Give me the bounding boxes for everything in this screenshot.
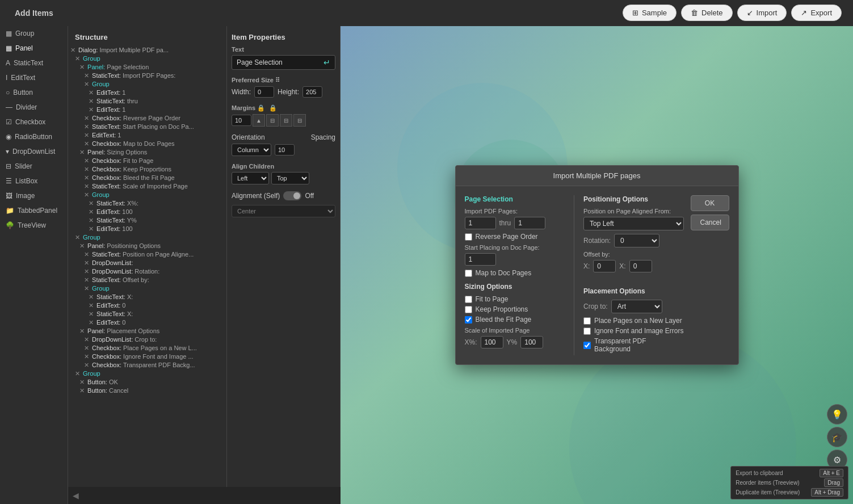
bleed-fit-checkbox[interactable]: [465, 316, 472, 324]
add-items-button[interactable]: Add Items: [6, 4, 62, 22]
item-props-scrollbar[interactable]: [227, 487, 341, 504]
sidebar-item-listbox[interactable]: ☰ ListBox: [0, 174, 68, 188]
sidebar-item-button[interactable]: ○ Button: [0, 85, 68, 100]
modal-cancel-button[interactable]: Cancel: [691, 215, 729, 230]
tree-item-panel-placement[interactable]: ✕ Panel: Placement Options: [70, 327, 224, 335]
tree-item-checkbox-transparent[interactable]: ✕ Checkbox: Transparent PDF Backg...: [70, 361, 224, 369]
tree-item-statictext-x1[interactable]: ✕ StaticText: X:: [70, 293, 224, 301]
tree-item-panel-page[interactable]: ✕ Panel: Page Selection: [70, 63, 224, 72]
tree-item-statictext-offset[interactable]: ✕ StaticText: Offset by:: [70, 276, 224, 284]
orientation-select[interactable]: Column Row Stack: [232, 144, 271, 156]
align-h-select[interactable]: Left Center Right Fill: [232, 172, 269, 184]
x-offset-input[interactable]: [593, 260, 616, 272]
tree-item-statictext-ypct[interactable]: ✕ StaticText: Y%: [70, 216, 224, 225]
rotation-select[interactable]: 0 90 180 270: [614, 234, 659, 247]
reverse-page-order-checkbox[interactable]: [465, 233, 472, 241]
alignment-self-select[interactable]: Center: [232, 205, 335, 217]
tree-item-group4[interactable]: ✕ Group: [70, 233, 224, 242]
tree-item-group1[interactable]: ✕ Group: [70, 54, 224, 63]
spacing-input[interactable]: [275, 144, 295, 156]
tree-item-group3[interactable]: ✕ Group: [70, 191, 224, 199]
tree-item-statictext-scale[interactable]: ✕ StaticText: Scale of Imported Page: [70, 182, 224, 191]
tree-item-statictext-x2[interactable]: ✕ StaticText: X:: [70, 310, 224, 318]
tree-item-panel-sizing[interactable]: ✕ Panel: Sizing Options: [70, 148, 224, 157]
structure-scrollbar[interactable]: ◀: [68, 487, 227, 504]
tree-item-dropdownlist-rot[interactable]: ✕ DropDownList: Rotation:: [70, 267, 224, 276]
to-page-input[interactable]: [514, 217, 545, 229]
margin-btn-2[interactable]: ⊟: [280, 114, 292, 127]
tree-item-checkbox-map[interactable]: ✕ Checkbox: Map to Doc Pages: [70, 140, 224, 148]
export-button[interactable]: ↗ Export: [791, 5, 842, 21]
modal-ok-button[interactable]: OK: [691, 195, 729, 211]
align-v-select[interactable]: Top Center Bottom Fill: [271, 172, 309, 184]
lightbulb-button[interactable]: 💡: [827, 404, 847, 425]
alignment-toggle[interactable]: [283, 191, 301, 200]
tree-item-checkbox-keep[interactable]: ✕ Checkbox: Keep Proportions: [70, 165, 224, 174]
tree-item-statictext-xpct[interactable]: ✕ StaticText: X%:: [70, 199, 224, 208]
tree-item-checkbox-bleed[interactable]: ✕ Checkbox: Bleed the Fit Page: [70, 174, 224, 182]
x-pct-input[interactable]: [481, 336, 503, 348]
sidebar-item-panel[interactable]: ▦ Panel: [0, 41, 68, 56]
place-pages-checkbox[interactable]: [583, 317, 591, 325]
tree-item-edittext-0a[interactable]: ✕ EditText: 0: [70, 301, 224, 310]
tree-item-edittext-1a[interactable]: ✕ EditText: 1: [70, 89, 224, 97]
tree-item-statictext-thru[interactable]: ✕ StaticText: thru: [70, 97, 224, 106]
tree-item-dialog[interactable]: ✕ Dialog: Import Multiple PDF pa...: [70, 46, 224, 54]
tree-item-edittext-0b[interactable]: ✕ EditText: 0: [70, 318, 224, 327]
sidebar-item-group[interactable]: ▦ Group: [0, 26, 68, 41]
tree-item-checkbox-place[interactable]: ✕ Checkbox: Place Pages on a New L...: [70, 344, 224, 352]
sidebar-item-divider[interactable]: — Divider: [0, 100, 68, 115]
text-field[interactable]: Page Selection ↵: [232, 55, 335, 70]
tree-item-edittext-100a[interactable]: ✕ EditText: 100: [70, 208, 224, 216]
sidebar-item-treeview[interactable]: 🌳 TreeView: [0, 218, 68, 233]
tree-item-checkbox-reverse[interactable]: ✕ Checkbox: Reverse Page Order: [70, 114, 224, 123]
map-to-doc-checkbox[interactable]: [465, 270, 472, 277]
margin-btn-1[interactable]: ⊟: [266, 114, 279, 127]
height-input[interactable]: [302, 86, 322, 98]
tree-item-edittext-100b[interactable]: ✕ EditText: 100: [70, 225, 224, 233]
ignore-font-checkbox[interactable]: [583, 327, 591, 335]
from-page-input[interactable]: [465, 217, 496, 229]
preferred-size-label: Preferred Size ⠿: [232, 77, 335, 84]
margin-input[interactable]: [232, 115, 251, 126]
x2-offset-input[interactable]: [629, 260, 652, 272]
crop-to-select[interactable]: Art Bleed Crop Trim Media: [611, 300, 662, 313]
graduation-button[interactable]: 🎓: [827, 427, 847, 447]
sidebar-item-checkbox[interactable]: ☑ Checkbox: [0, 115, 68, 129]
margin-btn-3[interactable]: ⊟: [293, 114, 306, 127]
sidebar-item-image[interactable]: 🖼 Image: [0, 188, 68, 203]
sidebar-item-radiobutton[interactable]: ◉ RadioButton: [0, 129, 68, 144]
sidebar-item-tabbedpanel[interactable]: 📁 TabbedPanel: [0, 203, 68, 218]
sidebar-item-dropdownlist[interactable]: ▾ DropDownList: [0, 144, 68, 159]
tree-item-panel-pos[interactable]: ✕ Panel: Positioning Options: [70, 242, 224, 250]
start-placing-input[interactable]: [465, 253, 496, 266]
tree-item-statictext-import[interactable]: ✕ StaticText: Import PDF Pages:: [70, 72, 224, 80]
keep-proportions-checkbox[interactable]: [465, 306, 472, 313]
delete-button[interactable]: 🗑 Delete: [681, 5, 733, 21]
margin-up-btn[interactable]: ▲: [253, 114, 265, 127]
sidebar-item-slider[interactable]: ⊟ Slider: [0, 159, 68, 174]
tree-item-group2[interactable]: ✕ Group: [70, 80, 224, 89]
tree-item-group6[interactable]: ✕ Group: [70, 369, 224, 378]
sidebar-item-edittext[interactable]: I EditText: [0, 70, 68, 85]
tree-item-dropdownlist-pos[interactable]: ✕ DropDownList:: [70, 259, 224, 267]
tree-item-button-cancel[interactable]: ✕ Button: Cancel: [70, 387, 224, 395]
tree-item-group5[interactable]: ✕ Group: [70, 284, 224, 293]
sample-button[interactable]: ⊞ Sample: [623, 5, 676, 21]
tree-item-dropdownlist-crop[interactable]: ✕ DropDownList: Crop to:: [70, 335, 224, 344]
sidebar-item-statictext[interactable]: A StaticText: [0, 56, 68, 70]
fit-to-page-checkbox[interactable]: [465, 296, 472, 303]
position-select[interactable]: Top Left Top Center Top Right Center Lef…: [583, 217, 684, 230]
y-pct-input[interactable]: [520, 336, 543, 348]
width-input[interactable]: [254, 86, 274, 98]
import-button[interactable]: ↙ Import: [737, 5, 787, 21]
tree-item-button-ok[interactable]: ✕ Button: OK: [70, 378, 224, 387]
tree-item-checkbox-fit[interactable]: ✕ Checkbox: Fit to Page: [70, 157, 224, 165]
tree-item-edittext-1c[interactable]: ✕ EditText: 1: [70, 131, 224, 140]
scroll-left-arrow[interactable]: ◀: [73, 491, 79, 500]
tree-item-edittext-1b[interactable]: ✕ EditText: 1: [70, 106, 224, 114]
tree-item-statictext-pos[interactable]: ✕ StaticText: Position on Page Aligne...: [70, 250, 224, 259]
tree-item-checkbox-ignore[interactable]: ✕ Checkbox: Ignore Font and Image ...: [70, 352, 224, 361]
tree-item-statictext-start[interactable]: ✕ StaticText: Start Placing on Doc Pa...: [70, 123, 224, 131]
transparent-bg-checkbox[interactable]: [583, 342, 591, 349]
